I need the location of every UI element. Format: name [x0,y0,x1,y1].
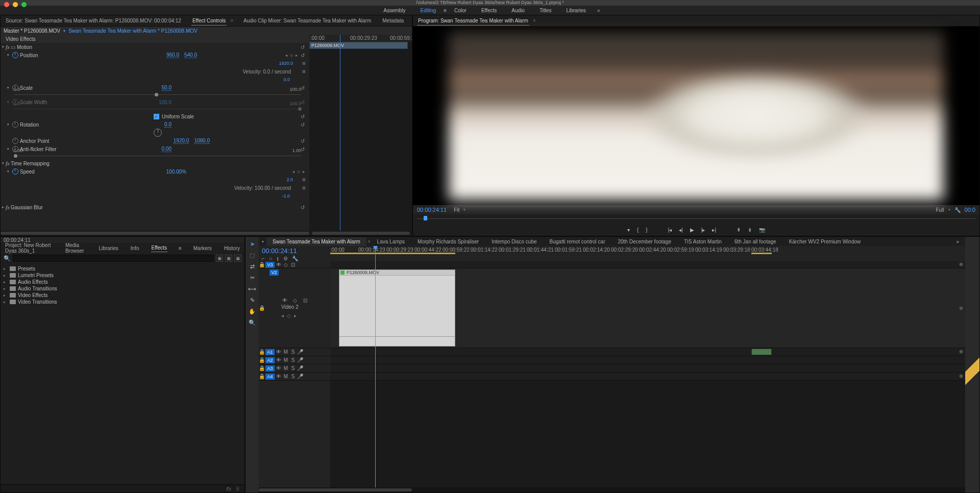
effect-controls-timeline[interactable]: :00:00 00:00:29:23 00:00:59:22 P1260008.… [309,35,412,231]
lane-marker[interactable] [959,262,963,266]
seq-tab-4[interactable]: Intempo Disco cube [485,237,543,246]
seq-tab-1[interactable]: Swan Teasmade Tea Maker with Alarm [266,237,366,246]
add-keyframe-icon[interactable]: ◇ [289,53,294,58]
workspace-effects[interactable]: Effects [474,6,504,15]
prev-keyframe-icon[interactable]: ◂ [284,53,289,58]
ec-hscroll[interactable] [1,231,412,236]
tree-audio-transitions[interactable]: ▸Audio Transitions [4,285,241,292]
graph-icon[interactable]: ⊞ [301,178,306,182]
minimize-window[interactable] [13,2,18,7]
timeline-playhead[interactable] [375,246,376,261]
reset-icon[interactable]: ↺ [299,138,306,144]
tab-metadata[interactable]: Metadata [381,16,405,25]
reset-icon[interactable]: ↺ [299,122,306,128]
eye-icon[interactable]: 👁 [275,357,282,363]
position-x[interactable]: 960.0 [166,52,179,58]
razor-tool-icon[interactable]: ✂ [248,274,256,282]
tree-video-transitions[interactable]: ▸Video Transitions [4,299,241,305]
mark-out-icon[interactable]: } [646,227,647,233]
chevron-down-icon[interactable]: ▾ [948,208,950,212]
track-header-a3[interactable]: 🔒A3👁MS🎤 [259,364,330,373]
panel-menu-icon[interactable]: ≡ [179,245,182,251]
timeline-content[interactable]: P1260008.MOV [330,261,965,487]
lift-icon[interactable]: ⇞ [737,227,741,233]
antiflicker-value[interactable]: 0.00 [162,146,172,152]
panel-menu-icon[interactable]: ≡ [533,18,536,23]
track-select-tool-icon[interactable]: ⬚ [248,251,256,259]
fx-badge-1-icon[interactable]: ▣ [216,255,223,262]
workspace-editing[interactable]: Editing [413,6,444,15]
seq-tab-5[interactable]: Bugatti remot control car [544,237,611,246]
lane-v2[interactable]: P1260008.MOV [330,268,965,348]
eye-icon[interactable]: 👁 [275,374,282,379]
seq-overflow[interactable]: » [953,239,962,244]
step-back-icon[interactable]: ◂| [679,227,683,233]
tree-presets[interactable]: ▸Presets [4,265,241,272]
stopwatch-icon[interactable] [12,138,18,144]
eye-icon[interactable]: 👁 [275,262,282,267]
eye-icon[interactable]: 👁 [275,365,282,371]
mute-icon[interactable]: ◇ [291,298,299,303]
lane-a3[interactable] [330,364,965,373]
wrench-icon[interactable]: 🔧 [292,256,298,261]
pen-tool-icon[interactable]: ✎ [248,296,256,304]
workspace-titles[interactable]: Titles [532,6,559,15]
add-marker-icon[interactable]: ▾ [627,227,630,233]
zoom-tool-icon[interactable]: 🔍 [248,318,256,327]
seq-tab-2[interactable]: Lava Lamps [371,237,411,246]
maximize-window[interactable] [21,2,27,7]
track-header-v2[interactable]: 🔒 V2 👁◇⊡ Video 2 ◂◇▸ [259,268,330,348]
timeline-timecode[interactable]: 00:00:24:11 [262,247,327,255]
hand-tool-icon[interactable]: ✋ [248,307,256,315]
ec-mini-ruler[interactable]: :00:00 00:00:29:23 00:00:59:22 [309,35,412,42]
tab-markers[interactable]: Markers [193,244,212,252]
sync-lock-icon[interactable]: ⊡ [289,262,297,267]
panel-menu-icon[interactable]: ≡ [231,18,233,23]
tree-lumetri[interactable]: ▸Lumetri Presets [4,272,241,279]
timeline-hscroll[interactable] [259,487,965,492]
selection-tool-icon[interactable]: ➤ [248,240,256,248]
fx-badge-3-icon[interactable]: ▣ [234,255,241,262]
voice-icon[interactable]: 🎤 [297,374,304,379]
close-window[interactable] [4,2,9,7]
reset-icon[interactable]: ↺ [299,53,306,58]
resolution-full[interactable]: Full [936,207,944,213]
prev-kf-icon[interactable]: ◂ [281,313,284,318]
program-scrubber[interactable] [417,214,975,224]
chevron-down-icon[interactable]: ▾ [63,29,65,33]
panel-menu-icon[interactable]: ≡ [368,239,371,244]
step-forward-icon[interactable]: |▸ [701,227,705,233]
position-y[interactable]: 540.0 [184,52,197,58]
snap-icon[interactable]: ⌐ [262,256,265,261]
track-header-a4[interactable]: 🔒A4👁MS🎤 [259,373,330,381]
workspace-color[interactable]: Color [447,6,474,15]
lane-a1[interactable] [330,348,965,356]
add-kf-icon[interactable]: ◇ [287,313,291,318]
effects-search-input[interactable] [13,255,214,262]
track-header-a2[interactable]: 🔒A2👁MS🎤 [259,356,330,364]
scale-slider[interactable]: 0.0100.0 [14,92,301,98]
lane-marker[interactable] [959,350,963,354]
lock-icon[interactable]: 🔒 [259,349,265,355]
tab-history[interactable]: History [224,244,240,252]
ec-playhead[interactable] [340,35,340,231]
track-header-v3[interactable]: 🔒V3👁◇⊡ [259,261,330,268]
seq-tab-6[interactable]: 20th December footage [611,237,677,246]
fx-badge-2-icon[interactable]: ▣ [225,255,232,262]
antiflicker-slider[interactable]: 0.001.00 [14,153,301,159]
voice-icon[interactable]: 🎤 [297,357,304,363]
gaussian-blur-effect[interactable]: ▸fxGaussian Blur↺ [1,203,309,211]
chevron-down-icon[interactable]: ▾ [463,208,465,212]
lane-marker[interactable] [959,374,963,378]
extract-icon[interactable]: ⇟ [748,227,752,233]
lane-a2[interactable] [330,356,965,364]
marker-icon[interactable]: ⫿ [277,256,279,261]
mute-icon[interactable]: ◇ [282,262,289,267]
work-area-bar-2[interactable] [751,253,772,254]
go-to-out-icon[interactable]: ▸| [712,227,716,233]
seq-tab-8[interactable]: 6th Jan all footage [728,237,782,246]
next-keyframe-icon[interactable]: ▸ [301,169,306,174]
workspace-menu-icon[interactable]: ≡ [444,8,447,13]
uniform-scale-checkbox[interactable]: ✓ [154,114,159,119]
graph-icon[interactable]: ⊞ [301,61,306,66]
